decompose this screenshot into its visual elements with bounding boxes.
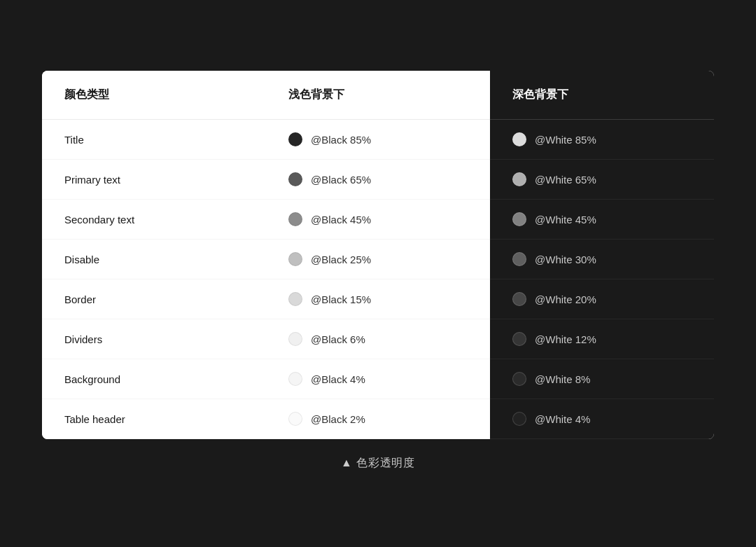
row-dark-6: @White 8% <box>490 359 714 399</box>
dark-text-5: @White 12% <box>535 333 596 345</box>
row-label-5: Dividers <box>42 319 266 359</box>
table-wrapper: 颜色类型浅色背景下深色背景下Title@Black 85%@White 85%P… <box>42 71 714 439</box>
dark-dot-6 <box>512 372 526 386</box>
dark-dot-1 <box>512 172 526 186</box>
header-col1: 颜色类型 <box>42 71 266 120</box>
row-dark-3: @White 30% <box>490 240 714 279</box>
row-label-0: Title <box>42 120 266 160</box>
dark-dot-7 <box>512 412 526 426</box>
dark-text-3: @White 30% <box>535 254 596 265</box>
light-dot-5 <box>288 332 302 346</box>
color-table-card: 颜色类型浅色背景下深色背景下Title@Black 85%@White 85%P… <box>42 71 714 439</box>
dark-text-7: @White 4% <box>535 413 590 425</box>
header-col3: 深色背景下 <box>490 71 714 120</box>
light-text-5: @Black 6% <box>311 333 365 345</box>
header-col2: 浅色背景下 <box>266 71 490 120</box>
dark-dot-0 <box>512 132 526 146</box>
row-light-0: @Black 85% <box>266 120 490 160</box>
light-text-1: @Black 65% <box>311 174 371 186</box>
light-text-3: @Black 25% <box>311 254 371 265</box>
dark-text-4: @White 20% <box>535 293 596 305</box>
row-dark-7: @White 4% <box>490 399 714 439</box>
row-dark-5: @White 12% <box>490 319 714 359</box>
row-label-3: Disable <box>42 240 266 279</box>
light-dot-6 <box>288 372 302 386</box>
light-text-2: @Black 45% <box>311 214 371 226</box>
row-label-1: Primary text <box>42 160 266 200</box>
dark-text-1: @White 65% <box>535 174 596 186</box>
light-text-7: @Black 2% <box>311 413 365 425</box>
row-light-4: @Black 15% <box>266 279 490 319</box>
row-dark-0: @White 85% <box>490 120 714 160</box>
light-dot-1 <box>288 172 302 186</box>
row-label-7: Table header <box>42 399 266 439</box>
light-text-6: @Black 4% <box>311 373 365 385</box>
row-dark-1: @White 65% <box>490 160 714 200</box>
light-dot-2 <box>288 212 302 226</box>
dark-text-0: @White 85% <box>535 134 596 146</box>
row-light-6: @Black 4% <box>266 359 490 399</box>
dark-text-2: @White 45% <box>535 214 596 226</box>
dark-dot-5 <box>512 332 526 346</box>
row-light-2: @Black 45% <box>266 200 490 240</box>
dark-dot-4 <box>512 292 526 306</box>
row-light-3: @Black 25% <box>266 240 490 279</box>
row-dark-4: @White 20% <box>490 279 714 319</box>
row-light-5: @Black 6% <box>266 319 490 359</box>
dark-text-6: @White 8% <box>535 373 590 385</box>
row-label-6: Background <box>42 359 266 399</box>
row-light-7: @Black 2% <box>266 399 490 439</box>
light-dot-4 <box>288 292 302 306</box>
row-dark-2: @White 45% <box>490 200 714 240</box>
caption: ▲ 色彩透明度 <box>341 439 415 476</box>
light-dot-0 <box>288 132 302 146</box>
light-text-0: @Black 85% <box>311 134 371 146</box>
light-dot-7 <box>288 412 302 426</box>
row-label-4: Border <box>42 279 266 319</box>
dark-dot-3 <box>512 252 526 266</box>
row-light-1: @Black 65% <box>266 160 490 200</box>
row-label-2: Secondary text <box>42 200 266 240</box>
dark-dot-2 <box>512 212 526 226</box>
light-text-4: @Black 15% <box>311 293 371 305</box>
light-dot-3 <box>288 252 302 266</box>
